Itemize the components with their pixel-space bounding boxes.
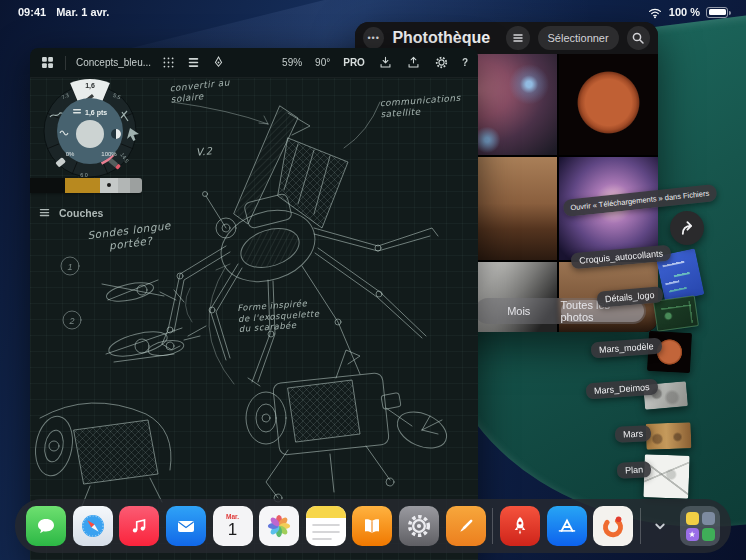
sketch-number-1: 1 — [67, 262, 72, 272]
forward-arrow-icon — [677, 218, 697, 238]
status-date[interactable]: Mar. 1 avr. — [56, 6, 109, 18]
status-time[interactable]: 09:41 — [18, 6, 46, 18]
calendar-day: 1 — [228, 521, 237, 538]
appstore-icon — [554, 513, 580, 539]
document-title[interactable]: Concepts_bleu... — [76, 57, 151, 68]
export-share-icon[interactable] — [406, 55, 421, 70]
swatch-dark-gray[interactable] — [130, 178, 142, 193]
opacity-min: 0% — [66, 151, 75, 157]
tab-months[interactable]: Mois — [477, 300, 561, 322]
drop-share-button[interactable] — [670, 211, 704, 245]
dock-app-calendar[interactable]: Mar. 1 — [213, 506, 253, 546]
dock: Mar. 1 — [15, 499, 731, 553]
dock-app-rocket[interactable] — [500, 506, 540, 546]
photos-flower-icon — [264, 511, 294, 541]
wifi-icon — [647, 6, 663, 19]
stroke-size-value: 1,6 pts — [85, 109, 107, 117]
swatch-black[interactable] — [30, 178, 65, 193]
dock-app-pages[interactable] — [446, 506, 486, 546]
settings-gear-icon[interactable] — [434, 55, 449, 70]
search-icon — [631, 31, 645, 45]
ipad-screen: ••• Photothèque Sélectionner — [0, 0, 746, 560]
layers-menu-icon — [38, 206, 51, 219]
dock-app-music[interactable] — [119, 506, 159, 546]
drag-label-mars: Mars — [615, 425, 652, 443]
concepts-c-icon — [599, 512, 627, 540]
photo-thumbnail-mars-planet[interactable] — [559, 54, 658, 155]
import-icon[interactable] — [378, 55, 393, 70]
dock-divider — [640, 508, 641, 544]
dock-app-photos[interactable] — [259, 506, 299, 546]
drag-thumb-plan[interactable] — [643, 454, 689, 499]
opacity-crescent-icon — [111, 129, 121, 139]
dock-app-notes[interactable] — [306, 506, 346, 546]
rotation-angle[interactable]: 90° — [315, 57, 330, 68]
tool-wheel[interactable]: 1,6 7.3 5.5 6.0 14.5 1,6 pts — [30, 76, 150, 186]
wheel-center-button[interactable] — [76, 120, 104, 148]
app-library-grid: ★ — [686, 512, 715, 541]
swatch-light-gray-selected[interactable] — [100, 178, 118, 193]
layers-icon[interactable] — [186, 55, 201, 70]
list-icon — [511, 31, 525, 45]
sketch-number-2: 2 — [68, 316, 74, 326]
dock-collapse-button[interactable] — [647, 506, 673, 546]
dock-app-safari[interactable] — [73, 506, 113, 546]
drag-thumb-mars[interactable] — [646, 422, 692, 450]
status-bar: 09:41 Mar. 1 avr. 100 % — [0, 0, 746, 24]
swatch-gold[interactable] — [65, 178, 100, 193]
dock-app-concepts[interactable] — [593, 506, 633, 546]
active-tool-size: 1,6 — [85, 82, 95, 90]
color-swatch-bar — [30, 178, 142, 193]
app-library-mini-gray — [702, 512, 715, 525]
dock-app-library[interactable]: ★ — [680, 506, 720, 546]
dock-app-appstore[interactable] — [547, 506, 587, 546]
grid-settings-icon[interactable] — [161, 55, 176, 70]
safari-compass-icon — [78, 511, 108, 541]
battery-icon — [706, 7, 728, 18]
more-options-button[interactable]: ••• — [363, 27, 384, 49]
music-note-icon — [128, 515, 150, 537]
photos-title: Photothèque — [392, 29, 490, 47]
settings-gear-icon — [405, 512, 433, 540]
opacity-max: 100% — [101, 151, 117, 157]
help-button[interactable]: ? — [462, 57, 468, 68]
selected-swatch-dot — [107, 183, 111, 187]
battery-percent: 100 % — [669, 6, 700, 18]
drag-label-plan: Plan — [617, 461, 652, 479]
dock-app-settings[interactable] — [399, 506, 439, 546]
books-open-icon — [360, 514, 384, 538]
select-button[interactable]: Sélectionner — [538, 26, 619, 50]
mail-envelope-icon — [174, 514, 198, 538]
app-library-mini-star: ★ — [686, 528, 699, 541]
view-options-button[interactable] — [506, 26, 529, 50]
gallery-icon[interactable] — [40, 55, 55, 70]
concepts-toolbar: Concepts_bleu... 59% 90° PRO — [30, 48, 478, 78]
annotation-forme: Forme inspirée de l'exosquelette du scar… — [237, 297, 323, 335]
pen-nib-icon[interactable] — [211, 55, 226, 70]
annotation-version: V.2 — [195, 145, 213, 159]
dock-app-books[interactable] — [352, 506, 392, 546]
zoom-level[interactable]: 59% — [282, 57, 302, 68]
layers-label: Couches — [59, 207, 103, 219]
messages-bubble-icon — [34, 514, 58, 538]
toolbar-divider — [65, 56, 66, 70]
search-button[interactable] — [627, 26, 650, 50]
chevron-down-icon — [651, 517, 669, 535]
layers-panel-header[interactable]: Couches — [38, 206, 103, 219]
concepts-window: 1 2 — [30, 48, 478, 560]
pro-badge[interactable]: PRO — [343, 57, 365, 68]
dock-divider — [492, 508, 493, 544]
pen-icon — [454, 514, 478, 538]
notes-icon — [306, 506, 346, 546]
swatch-gray[interactable] — [118, 178, 130, 193]
dock-app-messages[interactable] — [26, 506, 66, 546]
rocket-icon — [508, 514, 532, 538]
app-library-mini-yellow — [686, 512, 699, 525]
app-library-mini-green — [702, 528, 715, 541]
dock-app-mail[interactable] — [166, 506, 206, 546]
